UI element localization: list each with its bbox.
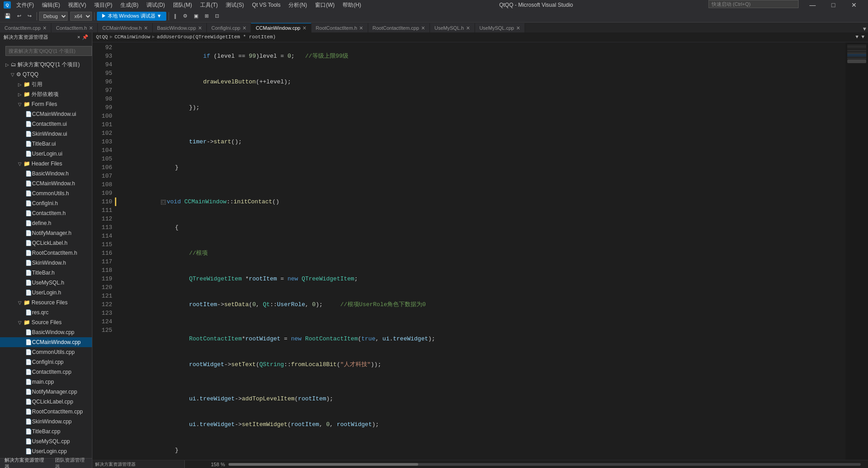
menu-edit[interactable]: 编辑(E) [39,1,63,9]
tree-res-qrc[interactable]: 📄 res.qrc [0,307,92,317]
tree-titlebar-cpp[interactable]: 📄 TitleBar.cpp [0,427,92,436]
solution-arrow: ▷ [4,62,11,67]
tree-userlogin-ui[interactable]: 📄 UserLogin.ui [0,149,92,159]
close-button[interactable]: ✕ [844,0,864,10]
tree-rootcontactitem-h[interactable]: 📄 RootContactItem.h [0,248,92,258]
undo-button[interactable]: ↩ [14,11,24,21]
tree-commonutils-cpp[interactable]: 📄 CommonUtils.cpp [0,347,92,357]
tree-contactitem-ui[interactable]: 📄 ContactItem.ui [0,119,92,129]
tree-skinwindow-ui[interactable]: 📄 SkinWindow.ui [0,129,92,139]
tree-qclicklabel-h[interactable]: 📄 QCLickLabel.h [0,238,92,248]
toolbar-extra4[interactable]: ⊞ [202,11,211,21]
tab-1[interactable]: ContactItem.h × [51,23,98,32]
tab-0-close[interactable]: × [43,25,46,31]
code-content[interactable]: if (level == 99)level = 0; //等级上限99级 dra… [122,42,845,460]
tab-6-close[interactable]: × [359,25,363,31]
menu-view[interactable]: 视图(V) [65,1,89,9]
tab-3-close[interactable]: × [198,25,202,31]
minimize-button[interactable]: — [802,0,823,10]
sidebar-pin-button[interactable]: 📌 [82,34,88,40]
tab-5-close[interactable]: × [302,25,306,31]
toolbar-extra1[interactable]: ‖ [171,11,179,21]
menu-window[interactable]: 窗口(W) [312,1,337,9]
tree-contactitem-cpp[interactable]: 📄 ContactItem.cpp [0,367,92,377]
run-button[interactable]: ▶ 本地 Windows 调试器 ▼ [97,12,166,21]
tree-ccmainwindow-ui[interactable]: 📄 CCMainWindow.ui [0,109,92,119]
tree-define-h[interactable]: 📄 define.h [0,218,92,228]
tree-main-cpp[interactable]: 📄 main.cpp [0,377,92,387]
menu-analyze[interactable]: 分析(N) [286,1,310,9]
tree-project[interactable]: ▽ ⚙ QTQQ [0,69,92,79]
code-gutter [115,42,122,460]
redo-button[interactable]: ↪ [25,11,34,21]
file-icon: 📄 [25,230,32,236]
tree-qclicklabel-cpp[interactable]: 📄 QCLickLabel.cpp [0,397,92,407]
tab-9-close[interactable]: × [516,25,520,31]
menu-debug[interactable]: 调试(D) [144,1,168,9]
platform-dropdown[interactable]: x64 [70,12,92,21]
tree-rootcontactitem-cpp[interactable]: 📄 RootContactItem.cpp [0,407,92,417]
tab-8-close[interactable]: × [466,25,470,31]
tab-6[interactable]: RootContactItem.h × [311,23,368,32]
maximize-button[interactable]: □ [823,0,844,10]
tree-usemysql-cpp[interactable]: 📄 UseMySQL.cpp [0,436,92,446]
tab-3[interactable]: BasicWindow.cpp × [153,23,207,32]
tree-resource-files[interactable]: ▽ 📁 Resource Files [0,298,92,307]
tree-form-files[interactable]: ▽ 📁 Form Files [0,99,92,109]
tree-external[interactable]: ▷ 📁 外部依赖项 [0,89,92,99]
tree-usemysql-h[interactable]: 📄 UseMySQL.h [0,278,92,288]
toolbar-extra3[interactable]: ▣ [191,11,201,21]
tree-skinwindow-h[interactable]: 📄 SkinWindow.h [0,258,92,268]
tab-0[interactable]: ContactItem.cpp × [0,23,51,32]
tree-commonutils-h[interactable]: 📄 CommonUtils.h [0,188,92,198]
config-dropdown[interactable]: Debug [39,12,68,21]
tab-7-close[interactable]: × [421,25,425,31]
tree-ccmainwindow-cpp[interactable]: 📄 CCMainWindow.cpp [0,337,92,347]
tree-titlebar-ui[interactable]: 📄 TitleBar.ui [0,139,92,149]
menu-test[interactable]: 测试(S) [223,1,247,9]
menu-qt[interactable]: Qt VS Tools [249,2,283,8]
tab-7[interactable]: RootContactItem.cpp × [368,23,430,32]
tab-4[interactable]: ConfigIni.cpp × [207,23,251,32]
sidebar-close-button[interactable]: × [78,34,80,40]
tab-2-close[interactable]: × [144,25,147,31]
tree-configini-cpp[interactable]: 📄 ConfigIni.cpp [0,357,92,367]
tab-2[interactable]: CCMainWindow.h × [98,23,153,32]
tab-overflow-button[interactable]: ▼ [863,26,866,32]
menu-project[interactable]: 项目(P) [91,1,115,9]
tree-titlebar-h[interactable]: 📄 TitleBar.h [0,268,92,278]
sidebar-search[interactable] [5,46,92,56]
tree-source-files[interactable]: ▽ 📁 Source Files [0,317,92,327]
tree-userlogin-cpp[interactable]: 📄 UserLogin.cpp [0,446,92,456]
save-button[interactable]: 💾 [2,11,14,21]
scroll-bar[interactable] [228,463,861,466]
tab-4-close[interactable]: × [242,25,246,31]
tree-references[interactable]: ▷ 📁 引用 [0,79,92,89]
code-line-101: //根项 [126,240,845,266]
tree-basicwindow-h[interactable]: 📄 BasicWindow.h [0,169,92,179]
tab-8[interactable]: UseMySQL.h × [430,23,475,32]
toolbar-extra2[interactable]: ⚙ [180,11,190,21]
tree-contactitem-h[interactable]: 📄 ContactItem.h [0,208,92,218]
tree-ccmainwindow-h[interactable]: 📄 CCMainWindow.h [0,179,92,188]
panel-team-explorer[interactable]: 团队资源管理器 [50,457,92,468]
menu-build[interactable]: 生成(B) [118,1,141,9]
tab-5[interactable]: CCMainWindow.cpp × [251,23,311,32]
tree-notifymanager-h[interactable]: 📄 NotifyManager.h [0,228,92,238]
tab-1-close[interactable]: × [89,25,93,31]
tab-9[interactable]: UseMySQL.cpp × [475,23,525,32]
tree-basicwindow-cpp[interactable]: 📄 BasicWindow.cpp [0,327,92,337]
tree-header-files[interactable]: ▽ 📁 Header Files [0,159,92,169]
collapse-99[interactable]: □ [161,200,166,205]
tree-notifymanager-cpp[interactable]: 📄 NotifyManager.cpp [0,387,92,397]
toolbar-extra5[interactable]: ⊡ [212,11,222,21]
tree-skinwindow-cpp[interactable]: 📄 SkinWindow.cpp [0,417,92,427]
menu-team[interactable]: 团队(M) [170,1,195,9]
tree-solution[interactable]: ▷ 🗂 解决方案'QtQQ'(1 个项目) [0,60,92,69]
menu-tools[interactable]: 工具(T) [197,1,220,9]
tree-configini-h[interactable]: 📄 ConfigIni.h [0,198,92,208]
tree-userlogin-h[interactable]: 📄 UserLogin.h [0,288,92,298]
menu-file[interactable]: 文件(F) [14,1,37,9]
panel-solution-explorer[interactable]: 解决方案资源管理器 [0,457,50,468]
menu-help[interactable]: 帮助(H) [340,1,364,9]
